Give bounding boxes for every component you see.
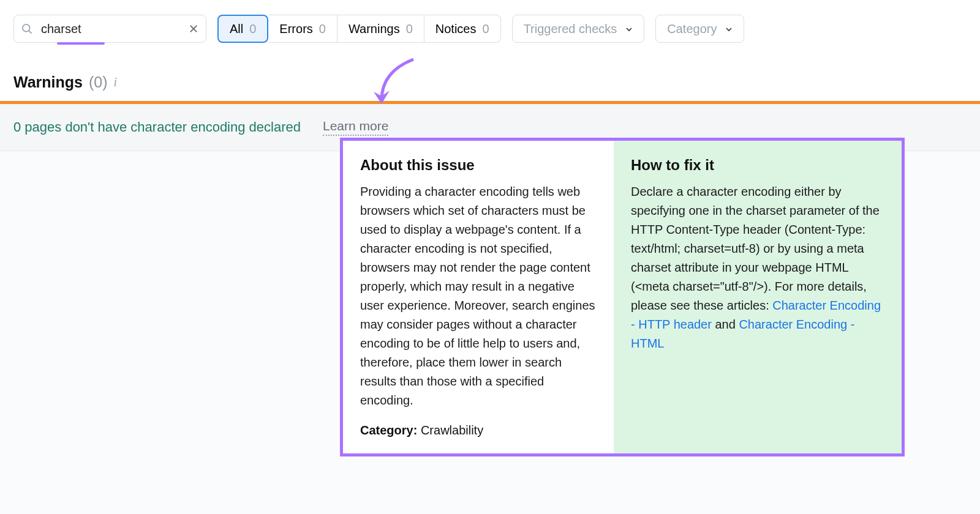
clear-icon[interactable] xyxy=(188,23,199,34)
filter-count: 0 xyxy=(483,22,489,36)
fix-body: Declare a character encoding either by s… xyxy=(631,182,884,353)
filter-label: All xyxy=(230,22,243,36)
filter-count: 0 xyxy=(406,22,413,36)
filter-count: 0 xyxy=(319,22,326,36)
filter-all[interactable]: All 0 xyxy=(217,15,268,43)
search-field xyxy=(13,15,206,43)
chevron-down-icon xyxy=(624,24,633,33)
toolbar: All 0 Errors 0 Warnings 0 Notices 0 Trig… xyxy=(0,0,980,54)
dropdown-label: Category xyxy=(667,22,717,36)
about-heading: About this issue xyxy=(360,157,597,174)
svg-line-1 xyxy=(29,31,31,33)
filter-count: 0 xyxy=(249,22,256,36)
about-body: Providing a character encoding tells web… xyxy=(360,182,597,410)
info-icon[interactable]: i xyxy=(114,75,118,89)
category-line: Category: Crawlability xyxy=(360,423,597,438)
filter-label: Warnings xyxy=(349,22,400,36)
fix-heading: How to fix it xyxy=(631,157,884,174)
section-header: Warnings (0) i xyxy=(0,54,980,101)
search-icon xyxy=(21,23,33,35)
learn-more-link[interactable]: Learn more xyxy=(323,119,388,136)
fix-body-text: Declare a character encoding either by s… xyxy=(631,185,880,312)
svg-point-0 xyxy=(23,24,30,32)
filter-errors[interactable]: Errors 0 xyxy=(268,15,337,43)
category-value: Crawlability xyxy=(421,423,483,437)
fix-panel: How to fix it Declare a character encodi… xyxy=(614,141,902,453)
section-count: (0) xyxy=(89,73,108,91)
about-panel: About this issue Providing a character e… xyxy=(343,141,614,453)
filter-label: Notices xyxy=(435,22,477,36)
triggered-checks-dropdown[interactable]: Triggered checks xyxy=(512,15,645,43)
section-title: Warnings xyxy=(13,73,83,91)
filter-notices[interactable]: Notices 0 xyxy=(424,15,501,43)
filter-warnings[interactable]: Warnings 0 xyxy=(337,15,424,43)
link-separator: and xyxy=(715,318,739,331)
chevron-down-icon xyxy=(724,24,733,33)
search-input[interactable] xyxy=(13,15,206,43)
dropdown-label: Triggered checks xyxy=(524,22,617,36)
category-label: Category: xyxy=(360,423,417,437)
filter-tabs: All 0 Errors 0 Warnings 0 Notices 0 xyxy=(217,15,501,43)
search-highlight xyxy=(57,42,105,45)
issue-details-popover: About this issue Providing a character e… xyxy=(340,138,905,456)
issue-description[interactable]: 0 pages don't have character encoding de… xyxy=(13,119,301,135)
filter-label: Errors xyxy=(279,22,312,36)
category-dropdown[interactable]: Category xyxy=(655,15,744,43)
